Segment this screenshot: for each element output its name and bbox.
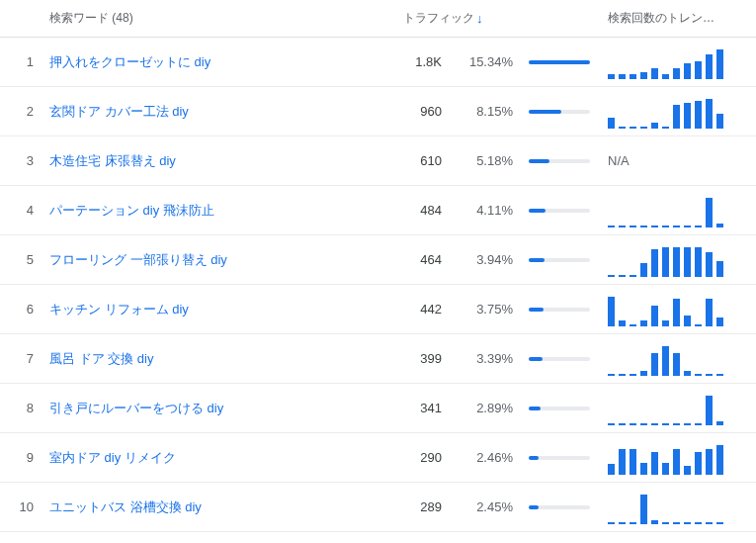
- spark-zero: [619, 423, 626, 425]
- percent-bar-fill: [529, 308, 544, 312]
- trend-sparkline: [608, 194, 746, 227]
- percent-bar-cell: [521, 334, 600, 384]
- spark-bar: [716, 261, 723, 277]
- spark-bar: [640, 127, 647, 129]
- percent-bar-fill: [529, 159, 549, 163]
- table-body: 1押入れをクローゼットに diy1.8K15.34%2玄関ドア カバー工法 di…: [0, 38, 756, 532]
- spark-zero: [630, 522, 636, 524]
- traffic-cell: 1.8K: [395, 38, 450, 87]
- spark-bar: [651, 306, 658, 326]
- rank-cell: 4: [0, 186, 42, 235]
- spark-zero: [695, 324, 702, 326]
- rank-cell: 1: [0, 38, 42, 87]
- percent-bar-cell: [521, 38, 600, 87]
- spark-zero: [662, 522, 669, 524]
- keyword-link[interactable]: フローリング 一部張り替え diy: [49, 252, 227, 267]
- spark-bar: [695, 247, 702, 277]
- spark-bar: [684, 63, 691, 79]
- spark-bar: [673, 247, 680, 277]
- spark-zero: [640, 423, 647, 425]
- spark-bar: [706, 198, 713, 227]
- col-header-traffic[interactable]: トラフィック ↓: [395, 0, 600, 38]
- trend-cell: [600, 334, 756, 384]
- keyword-link[interactable]: 玄関ドア カバー工法 diy: [49, 104, 189, 119]
- percent-bar: [529, 159, 590, 163]
- spark-zero: [716, 522, 723, 524]
- spark-zero: [630, 275, 636, 277]
- spark-bar: [662, 320, 669, 326]
- spark-bar: [640, 371, 647, 376]
- traffic-cell: 290: [395, 433, 450, 483]
- spark-bar: [716, 421, 723, 425]
- trend-cell: [600, 285, 756, 334]
- keyword-link[interactable]: 風呂 ドア 交換 diy: [49, 351, 153, 366]
- col-header-trend-label: 検索回数のトレン…: [608, 11, 714, 25]
- spark-zero: [673, 423, 680, 425]
- col-header-rank[interactable]: [0, 0, 42, 38]
- rank-cell: 9: [0, 433, 42, 483]
- percent-bar-fill: [529, 456, 539, 460]
- table-row: 4パーテーション diy 飛沫防止4844.11%: [0, 186, 756, 235]
- keyword-link[interactable]: ユニットバス 浴槽交換 diy: [49, 499, 202, 514]
- percent-cell: 2.89%: [450, 384, 521, 433]
- spark-bar: [706, 396, 713, 425]
- percent-bar: [529, 308, 590, 312]
- keyword-link[interactable]: 押入れをクローゼットに diy: [49, 54, 210, 69]
- trend-na: N/A: [608, 153, 630, 168]
- col-header-trend[interactable]: 検索回数のトレン…: [600, 0, 756, 38]
- spark-bar: [651, 452, 658, 475]
- spark-bar: [662, 247, 669, 277]
- spark-bar: [684, 316, 691, 326]
- rank-cell: 6: [0, 285, 42, 334]
- percent-bar-fill: [529, 505, 539, 509]
- spark-bar: [662, 74, 669, 79]
- percent-cell: 3.94%: [450, 235, 521, 285]
- traffic-cell: 341: [395, 384, 450, 433]
- spark-zero: [695, 522, 702, 524]
- percent-bar: [529, 60, 590, 64]
- spark-bar: [630, 449, 636, 475]
- keyword-link[interactable]: 木造住宅 床張替え diy: [49, 153, 176, 168]
- percent-bar: [529, 357, 590, 361]
- spark-bar: [662, 463, 669, 475]
- spark-bar: [619, 127, 626, 129]
- percent-bar-fill: [529, 60, 590, 64]
- spark-zero: [673, 226, 680, 227]
- spark-bar: [651, 123, 658, 129]
- percent-bar-fill: [529, 110, 561, 114]
- spark-zero: [608, 374, 615, 376]
- spark-bar: [640, 320, 647, 326]
- keyword-link[interactable]: パーテーション diy 飛沫防止: [49, 203, 214, 218]
- rank-cell: 8: [0, 384, 42, 433]
- keyword-cell: 押入れをクローゼットに diy: [42, 38, 395, 87]
- spark-zero: [640, 226, 647, 227]
- keyword-cell: ユニットバス 浴槽交換 diy: [42, 483, 395, 532]
- trend-cell: [600, 87, 756, 136]
- keyword-link[interactable]: 引き戸にルーバーをつける diy: [49, 401, 223, 415]
- spark-zero: [630, 226, 636, 227]
- col-header-keyword[interactable]: 検索ワード (48): [42, 0, 395, 38]
- spark-bar: [706, 99, 713, 129]
- percent-cell: 3.39%: [450, 334, 521, 384]
- spark-bar: [619, 74, 626, 79]
- percent-cell: 15.34%: [450, 38, 521, 87]
- spark-zero: [684, 226, 691, 227]
- trend-cell: [600, 38, 756, 87]
- table-row: 9室内ドア diy リメイク2902.46%: [0, 433, 756, 483]
- keyword-link[interactable]: 室内ドア diy リメイク: [49, 450, 176, 465]
- traffic-cell: 289: [395, 483, 450, 532]
- percent-bar-fill: [529, 357, 543, 361]
- percent-bar-fill: [529, 209, 546, 213]
- percent-bar-fill: [529, 407, 541, 410]
- spark-zero: [662, 423, 669, 425]
- table-head: 検索ワード (48) トラフィック ↓ 検索回数のトレン…: [0, 0, 756, 38]
- trend-sparkline: [608, 293, 746, 326]
- trend-sparkline: [608, 392, 746, 425]
- percent-cell: 8.15%: [450, 87, 521, 136]
- traffic-cell: 960: [395, 87, 450, 136]
- keyword-cell: パーテーション diy 飛沫防止: [42, 186, 395, 235]
- table-row: 8引き戸にルーバーをつける diy3412.89%: [0, 384, 756, 433]
- keyword-link[interactable]: キッチン リフォーム diy: [49, 302, 189, 317]
- percent-bar-cell: [521, 235, 600, 285]
- percent-cell: 3.75%: [450, 285, 521, 334]
